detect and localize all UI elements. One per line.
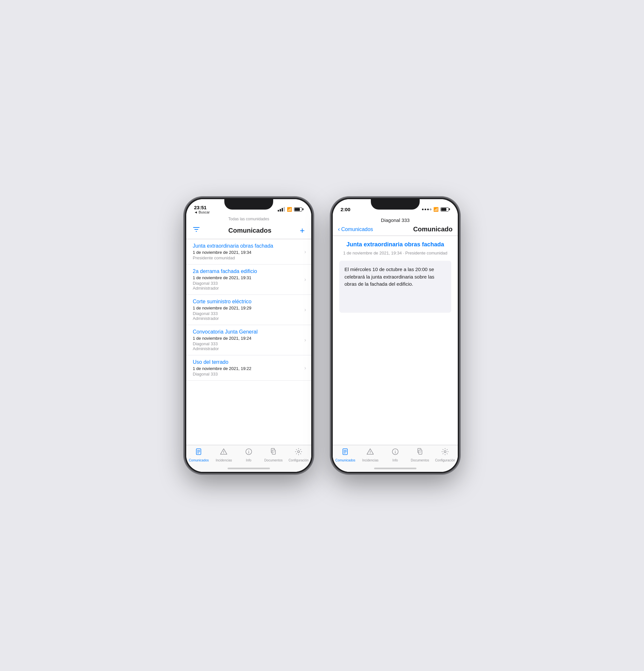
tab-label-documentos-2: Documentos	[411, 458, 429, 462]
status-time-1: 23:51	[194, 205, 207, 210]
tab-label-info-1: Info	[246, 458, 251, 462]
filter-icon[interactable]	[193, 226, 200, 235]
incidencias-icon-2	[366, 448, 374, 457]
item-author-4: Administrador	[193, 346, 305, 351]
item-author-2: Administrador	[193, 286, 305, 291]
item-date-1: 1 de noviembre de 2021, 19:34	[193, 250, 305, 255]
tab-documentos-2[interactable]: Documentos	[410, 448, 430, 462]
status-back-1[interactable]: ◄ Buscar	[194, 210, 210, 214]
detail-nav: ‹ Comunicados Comunicado	[333, 224, 458, 236]
tab-configuracion-1[interactable]: Configuración	[288, 448, 309, 462]
documentos-icon-1	[270, 448, 277, 457]
configuracion-icon-1	[295, 448, 302, 457]
phone-2: 2:00 📶	[332, 198, 459, 473]
battery-icon-2	[441, 207, 450, 212]
tab-configuracion-2[interactable]: Configuración	[435, 448, 455, 462]
tab-label-info-2: Info	[392, 458, 398, 462]
community-title: Diagonal 333	[333, 215, 458, 224]
item-date-2: 1 de noviembre de 2021, 19:31	[193, 275, 305, 280]
detail-nav-title: Comunicado	[413, 226, 453, 233]
tab-label-configuracion-2: Configuración	[435, 458, 455, 462]
comunicados-icon-1	[195, 448, 203, 457]
item-title-2: 2a derrama fachada edificio	[193, 268, 305, 274]
tab-incidencias-1[interactable]: Incidencias	[214, 448, 233, 462]
list-item[interactable]: 2a derrama fachada edificio 1 de noviemb…	[186, 265, 311, 295]
signal-dots-icon	[422, 208, 431, 210]
item-location-5: Diagonal 333	[193, 372, 305, 377]
detail-content: Junta extraordinaria obras fachada 1 de …	[333, 236, 458, 318]
svg-point-3	[248, 450, 249, 451]
list-item[interactable]: Uso del terrado 1 de noviembre de 2021, …	[186, 355, 311, 381]
svg-rect-5	[272, 450, 275, 454]
list-title: Comunicados	[228, 227, 271, 234]
list-item[interactable]: Corte suministro eléctrico 1 de noviembr…	[186, 295, 311, 325]
notch-1	[224, 199, 273, 210]
tab-label-comunicados-2: Comunicados	[335, 458, 355, 462]
detail-meta: 1 de noviembre de 2021, 19:34 · Presiden…	[339, 251, 451, 255]
svg-point-1	[224, 453, 224, 454]
tab-comunicados-2[interactable]: Comunicados	[335, 448, 355, 462]
item-date-5: 1 de noviembre de 2021, 19:22	[193, 366, 305, 371]
item-title-4: Convocatoria Junta General	[193, 329, 305, 335]
info-icon-1	[245, 448, 253, 457]
tab-incidencias-2[interactable]: Incidencias	[360, 448, 380, 462]
chevron-icon-5: ›	[305, 365, 306, 371]
svg-point-6	[298, 451, 299, 453]
tab-documentos-1[interactable]: Documentos	[264, 448, 283, 462]
status-icons-1: 📶	[278, 207, 304, 212]
svg-rect-12	[419, 450, 422, 454]
chevron-icon-3: ›	[305, 307, 306, 313]
phones-container: 23:51 ◄ Buscar 📶	[185, 198, 459, 473]
list-item[interactable]: Junta extraordinaria obras fachada 1 de …	[186, 239, 311, 265]
svg-point-13	[444, 451, 446, 453]
home-indicator-1	[227, 468, 270, 469]
item-title-5: Uso del terrado	[193, 359, 305, 365]
tab-info-2[interactable]: Info	[385, 448, 405, 462]
tab-label-comunicados-1: Comunicados	[189, 458, 209, 462]
item-date-3: 1 de noviembre de 2021, 19:29	[193, 306, 305, 311]
item-date-4: 1 de noviembre de 2021, 19:24	[193, 336, 305, 341]
add-button[interactable]: +	[300, 226, 305, 235]
item-location-2: Diagonal 333	[193, 281, 305, 286]
item-author-1: Presidente comunidad	[193, 255, 305, 260]
notch-2	[371, 199, 420, 210]
wifi-icon-2: 📶	[433, 207, 438, 212]
chevron-icon-1: ›	[305, 249, 306, 255]
item-location-3: Diagonal 333	[193, 311, 305, 316]
incidencias-icon-1	[220, 448, 227, 457]
item-title-3: Corte suministro eléctrico	[193, 299, 305, 305]
home-indicator-2	[374, 468, 417, 469]
comunidades-label: Todas las comunidades	[186, 215, 311, 222]
svg-point-10	[395, 450, 396, 451]
configuracion-icon-2	[441, 448, 449, 457]
item-location-4: Diagonal 333	[193, 341, 305, 346]
battery-icon-1	[294, 207, 304, 212]
tab-comunicados-1[interactable]: Comunicados	[189, 448, 209, 462]
chevron-icon-2: ›	[305, 277, 306, 282]
tab-label-incidencias-2: Incidencias	[362, 458, 378, 462]
status-icons-2: 📶	[422, 207, 450, 212]
detail-body: El miércoles 10 de octubre a las 20:00 s…	[339, 261, 451, 313]
nav-back-label[interactable]: Comunicados	[341, 227, 373, 232]
chevron-icon-4: ›	[305, 337, 306, 343]
tab-label-documentos-1: Documentos	[264, 458, 283, 462]
item-author-3: Administrador	[193, 316, 305, 321]
tab-label-configuracion-1: Configuración	[288, 458, 309, 462]
list-item[interactable]: Convocatoria Junta General 1 de noviembr…	[186, 325, 311, 355]
tab-info-1[interactable]: Info	[239, 448, 259, 462]
info-icon-2	[391, 448, 399, 457]
item-title-1: Junta extraordinaria obras fachada	[193, 243, 305, 249]
signal-icon-1	[278, 207, 285, 212]
documentos-icon-2	[416, 448, 424, 457]
detail-article-title: Junta extraordinaria obras fachada	[339, 241, 451, 248]
wifi-icon-1: 📶	[287, 207, 292, 212]
list-scroll: Junta extraordinaria obras fachada 1 de …	[186, 239, 311, 472]
back-arrow-icon[interactable]: ‹	[338, 226, 340, 233]
svg-point-8	[370, 453, 371, 454]
comunicados-icon-2	[342, 448, 349, 457]
tab-label-incidencias-1: Incidencias	[215, 458, 232, 462]
list-header: Comunicados +	[186, 222, 311, 239]
phone-1: 23:51 ◄ Buscar 📶	[185, 198, 312, 473]
status-time-2: 2:00	[340, 207, 350, 212]
